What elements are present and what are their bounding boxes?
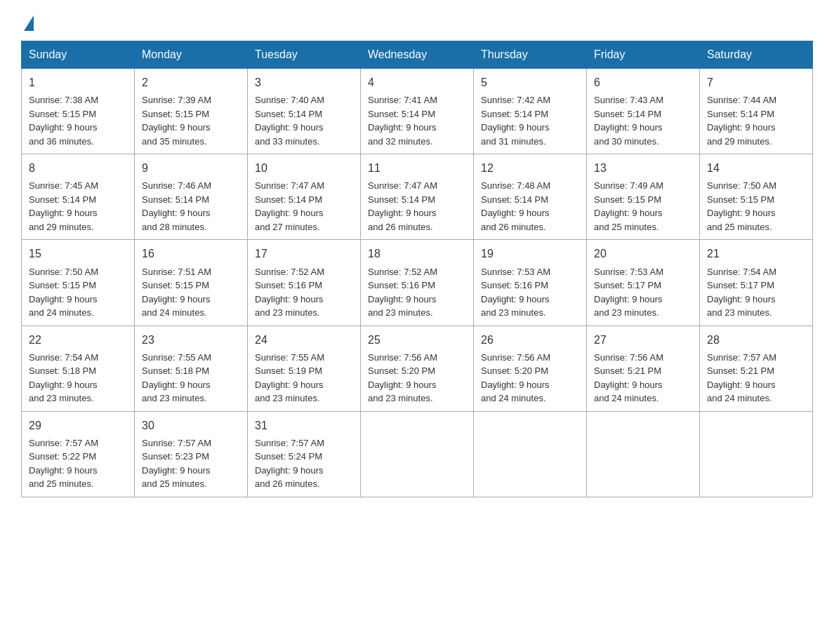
calendar-cell: 3Sunrise: 7:40 AMSunset: 5:14 PMDaylight… (248, 69, 361, 154)
calendar-cell: 22Sunrise: 7:54 AMSunset: 5:18 PMDayligh… (22, 326, 135, 411)
day-info: Sunrise: 7:47 AMSunset: 5:14 PMDaylight:… (368, 179, 466, 234)
week-row-1: 1Sunrise: 7:38 AMSunset: 5:15 PMDaylight… (22, 69, 813, 154)
calendar-cell: 19Sunrise: 7:53 AMSunset: 5:16 PMDayligh… (474, 240, 587, 326)
calendar-body: 1Sunrise: 7:38 AMSunset: 5:15 PMDaylight… (22, 69, 813, 497)
day-info: Sunrise: 7:57 AMSunset: 5:22 PMDaylight:… (29, 436, 127, 491)
calendar-cell: 17Sunrise: 7:52 AMSunset: 5:16 PMDayligh… (248, 240, 361, 326)
calendar-cell: 18Sunrise: 7:52 AMSunset: 5:16 PMDayligh… (361, 240, 474, 326)
calendar-cell: 13Sunrise: 7:49 AMSunset: 5:15 PMDayligh… (587, 154, 700, 240)
day-info: Sunrise: 7:54 AMSunset: 5:18 PMDaylight:… (29, 351, 127, 405)
day-info: Sunrise: 7:55 AMSunset: 5:19 PMDaylight:… (255, 351, 353, 405)
week-row-5: 29Sunrise: 7:57 AMSunset: 5:22 PMDayligh… (22, 411, 813, 497)
calendar-cell (700, 411, 813, 497)
calendar-cell: 25Sunrise: 7:56 AMSunset: 5:20 PMDayligh… (361, 326, 474, 411)
day-number: 30 (142, 417, 240, 434)
day-info: Sunrise: 7:44 AMSunset: 5:14 PMDaylight:… (707, 93, 805, 148)
day-info: Sunrise: 7:39 AMSunset: 5:15 PMDaylight:… (142, 93, 240, 148)
calendar-cell: 21Sunrise: 7:54 AMSunset: 5:17 PMDayligh… (700, 240, 813, 326)
day-info: Sunrise: 7:43 AMSunset: 5:14 PMDaylight:… (594, 93, 692, 148)
day-info: Sunrise: 7:48 AMSunset: 5:14 PMDaylight:… (481, 179, 579, 234)
calendar-cell: 24Sunrise: 7:55 AMSunset: 5:19 PMDayligh… (248, 326, 361, 411)
day-number: 10 (255, 160, 353, 176)
calendar-cell: 12Sunrise: 7:48 AMSunset: 5:14 PMDayligh… (474, 154, 587, 240)
day-of-week-monday: Monday (135, 41, 248, 69)
day-info: Sunrise: 7:46 AMSunset: 5:14 PMDaylight:… (142, 179, 240, 234)
day-info: Sunrise: 7:40 AMSunset: 5:14 PMDaylight:… (255, 93, 353, 148)
day-info: Sunrise: 7:57 AMSunset: 5:24 PMDaylight:… (255, 436, 353, 491)
day-number: 22 (29, 332, 127, 348)
day-number: 26 (481, 332, 579, 348)
calendar-cell: 23Sunrise: 7:55 AMSunset: 5:18 PMDayligh… (135, 326, 248, 411)
calendar-cell: 5Sunrise: 7:42 AMSunset: 5:14 PMDaylight… (474, 69, 587, 154)
calendar-cell: 2Sunrise: 7:39 AMSunset: 5:15 PMDaylight… (135, 69, 248, 154)
day-number: 8 (29, 160, 127, 176)
day-number: 9 (142, 160, 240, 176)
day-info: Sunrise: 7:54 AMSunset: 5:17 PMDaylight:… (707, 265, 805, 320)
day-number: 16 (142, 246, 240, 262)
day-number: 19 (481, 246, 579, 262)
day-number: 27 (594, 332, 692, 348)
day-of-week-saturday: Saturday (700, 41, 813, 69)
day-info: Sunrise: 7:51 AMSunset: 5:15 PMDaylight:… (142, 265, 240, 320)
day-of-week-tuesday: Tuesday (248, 41, 361, 69)
day-info: Sunrise: 7:38 AMSunset: 5:15 PMDaylight:… (29, 93, 127, 148)
calendar-cell: 30Sunrise: 7:57 AMSunset: 5:23 PMDayligh… (135, 411, 248, 497)
calendar-cell: 26Sunrise: 7:56 AMSunset: 5:20 PMDayligh… (474, 326, 587, 411)
day-info: Sunrise: 7:53 AMSunset: 5:16 PMDaylight:… (481, 265, 579, 320)
day-number: 31 (255, 417, 353, 434)
calendar-cell: 7Sunrise: 7:44 AMSunset: 5:14 PMDaylight… (700, 69, 813, 154)
day-info: Sunrise: 7:56 AMSunset: 5:20 PMDaylight:… (368, 351, 466, 405)
calendar-cell: 28Sunrise: 7:57 AMSunset: 5:21 PMDayligh… (700, 326, 813, 411)
day-number: 17 (255, 246, 353, 262)
day-number: 25 (368, 332, 466, 348)
calendar-cell (474, 411, 587, 497)
day-number: 18 (368, 246, 466, 262)
day-info: Sunrise: 7:47 AMSunset: 5:14 PMDaylight:… (255, 179, 353, 234)
day-info: Sunrise: 7:57 AMSunset: 5:21 PMDaylight:… (707, 351, 805, 405)
day-number: 6 (594, 74, 692, 90)
day-number: 13 (594, 160, 692, 176)
calendar-cell (361, 411, 474, 497)
calendar-cell: 6Sunrise: 7:43 AMSunset: 5:14 PMDaylight… (587, 69, 700, 154)
day-number: 11 (368, 160, 466, 176)
day-number: 4 (368, 74, 466, 90)
day-info: Sunrise: 7:50 AMSunset: 5:15 PMDaylight:… (707, 179, 805, 234)
day-number: 21 (707, 246, 805, 262)
day-info: Sunrise: 7:56 AMSunset: 5:20 PMDaylight:… (481, 351, 579, 405)
day-info: Sunrise: 7:53 AMSunset: 5:17 PMDaylight:… (594, 265, 692, 320)
day-of-week-wednesday: Wednesday (361, 41, 474, 69)
day-number: 5 (481, 74, 579, 90)
day-of-week-friday: Friday (587, 41, 700, 69)
day-number: 14 (707, 160, 805, 176)
calendar-cell: 29Sunrise: 7:57 AMSunset: 5:22 PMDayligh… (22, 411, 135, 497)
calendar-cell: 31Sunrise: 7:57 AMSunset: 5:24 PMDayligh… (248, 411, 361, 497)
calendar-cell (587, 411, 700, 497)
week-row-3: 15Sunrise: 7:50 AMSunset: 5:15 PMDayligh… (22, 240, 813, 326)
day-info: Sunrise: 7:57 AMSunset: 5:23 PMDaylight:… (142, 436, 240, 491)
day-info: Sunrise: 7:56 AMSunset: 5:21 PMDaylight:… (594, 351, 692, 405)
day-info: Sunrise: 7:52 AMSunset: 5:16 PMDaylight:… (368, 265, 466, 320)
day-info: Sunrise: 7:41 AMSunset: 5:14 PMDaylight:… (368, 93, 466, 148)
week-row-2: 8Sunrise: 7:45 AMSunset: 5:14 PMDaylight… (22, 154, 813, 240)
calendar-cell: 11Sunrise: 7:47 AMSunset: 5:14 PMDayligh… (361, 154, 474, 240)
day-number: 15 (29, 246, 127, 262)
day-number: 1 (29, 74, 127, 90)
calendar-cell: 9Sunrise: 7:46 AMSunset: 5:14 PMDaylight… (135, 154, 248, 240)
day-of-week-sunday: Sunday (22, 41, 135, 69)
calendar-cell: 10Sunrise: 7:47 AMSunset: 5:14 PMDayligh… (248, 154, 361, 240)
calendar-cell: 1Sunrise: 7:38 AMSunset: 5:15 PMDaylight… (22, 69, 135, 154)
day-number: 24 (255, 332, 353, 348)
week-row-4: 22Sunrise: 7:54 AMSunset: 5:18 PMDayligh… (22, 326, 813, 411)
day-info: Sunrise: 7:49 AMSunset: 5:15 PMDaylight:… (594, 179, 692, 234)
logo-triangle-icon (24, 15, 34, 31)
calendar-cell: 8Sunrise: 7:45 AMSunset: 5:14 PMDaylight… (22, 154, 135, 240)
day-info: Sunrise: 7:50 AMSunset: 5:15 PMDaylight:… (29, 265, 127, 320)
day-number: 20 (594, 246, 692, 262)
day-number: 23 (142, 332, 240, 348)
day-number: 12 (481, 160, 579, 176)
day-info: Sunrise: 7:45 AMSunset: 5:14 PMDaylight:… (29, 179, 127, 234)
day-number: 7 (707, 74, 805, 90)
calendar-cell: 15Sunrise: 7:50 AMSunset: 5:15 PMDayligh… (22, 240, 135, 326)
day-info: Sunrise: 7:42 AMSunset: 5:14 PMDaylight:… (481, 93, 579, 148)
day-info: Sunrise: 7:52 AMSunset: 5:16 PMDaylight:… (255, 265, 353, 320)
